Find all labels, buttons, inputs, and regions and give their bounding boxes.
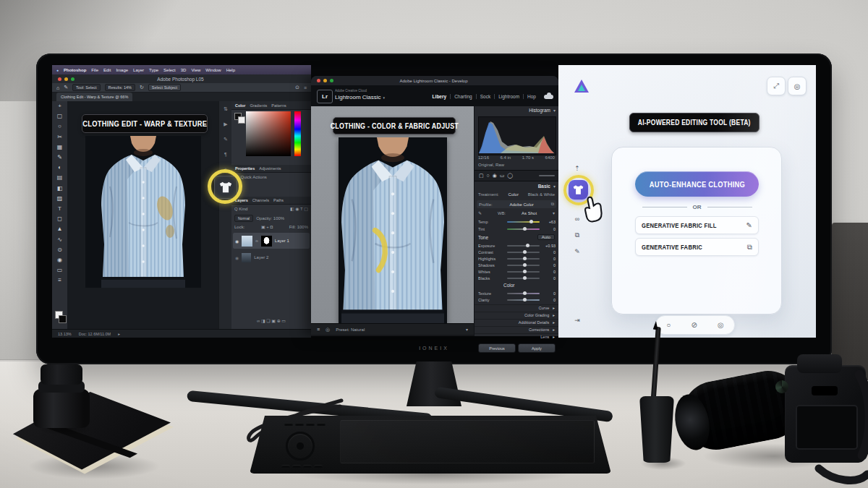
treatment-bw[interactable]: Black & White (528, 192, 555, 197)
slider-tint[interactable]: Tint 0 (475, 226, 559, 232)
layer-mask-thumbnail[interactable] (261, 236, 272, 247)
layer-thumbnail[interactable] (242, 253, 251, 262)
window-controls[interactable] (58, 77, 75, 81)
profile-browser-icon[interactable]: ⧉ (551, 202, 554, 207)
minimize-button[interactable] (323, 79, 327, 82)
menu-item[interactable]: Type (149, 68, 158, 72)
visibility-eye-icon[interactable]: ◉ (235, 239, 239, 244)
module-item[interactable]: Lightroom (494, 94, 523, 99)
photoshop-canvas[interactable]: CLOTHING EDIT - WARP & TEXTURE (67, 101, 218, 329)
opacity-dropdown[interactable]: Results: 14% (105, 84, 135, 91)
search-icon[interactable]: ⊙ (295, 85, 299, 90)
tab-paths[interactable]: Paths (273, 198, 284, 202)
grid-view-icon[interactable]: ≡ (317, 327, 320, 332)
menu-item[interactable]: View (191, 68, 200, 72)
background-color-swatch[interactable] (59, 315, 67, 323)
generative-fabric-fill-button[interactable]: GENERATIVE FABRIC FILL ✎ (635, 216, 759, 234)
collapsed-panel-strip[interactable]: ⇅ ▶ ✎ ¶ ◇ (218, 101, 232, 329)
tab-gradients[interactable]: Gradients (250, 103, 267, 108)
color-picker-field[interactable] (246, 111, 291, 156)
expand-button[interactable]: ⤢ (767, 77, 786, 95)
section-color-grading[interactable]: Color Grading▸ (475, 312, 559, 319)
basic-section-header[interactable]: Basic ▾ (475, 184, 556, 189)
section-details[interactable]: Additional Details▸ (475, 319, 559, 326)
slider-clarity[interactable]: Clarity0 (475, 296, 559, 303)
layer-name[interactable]: Layer 1 (275, 239, 289, 243)
settings-button[interactable]: ◎ (788, 77, 807, 95)
tool-preset-dropdown[interactable]: Tool: Select (72, 84, 100, 91)
tool-strip[interactable]: ▢ ○ ◉ ▭ ◯ (475, 170, 559, 181)
app-name-row[interactable]: Lightroom Classic ▾ (335, 94, 385, 100)
menu-item[interactable]: Layer (133, 68, 144, 72)
section-curve[interactable]: Curve▸ (475, 304, 559, 312)
refresh-icon[interactable]: ↻ (140, 85, 144, 90)
tool-strip-slider[interactable] (539, 175, 555, 176)
tab-channels[interactable]: Channels (252, 198, 269, 202)
fill-field[interactable]: Fill: 100% (289, 225, 308, 229)
module-item[interactable]: Hop (523, 94, 540, 99)
color-section-header[interactable]: Color (503, 283, 515, 288)
bg-swatch-mini[interactable] (238, 116, 245, 124)
tab-color[interactable]: Color (235, 103, 245, 108)
apply-button[interactable]: Apply (518, 343, 556, 353)
document-tab[interactable]: Clothing Edit - Warp & Texture @ 66% (56, 93, 132, 101)
disabled-icon[interactable]: ⊘ (691, 321, 697, 329)
chevron-down-icon[interactable]: ▾ (466, 327, 468, 332)
link-icon[interactable]: ∞ (570, 215, 584, 223)
apple-menu-icon[interactable]: ● (56, 68, 59, 72)
target-icon[interactable]: ◎ (718, 321, 724, 329)
visibility-eye-icon[interactable]: ◉ (235, 255, 239, 260)
brush-icon[interactable]: ✎ (64, 85, 68, 90)
minimize-button[interactable] (64, 77, 68, 81)
status-caret[interactable]: ▸ (118, 332, 120, 336)
slider-shadows[interactable]: Shadows0 (475, 262, 559, 268)
menu-item[interactable]: Select (163, 68, 176, 72)
pen-icon[interactable]: ✎ (570, 248, 584, 255)
menu-item[interactable]: Image (116, 68, 128, 72)
module-item[interactable]: Charting (450, 94, 476, 99)
slider-contrast[interactable]: Contrast0 (475, 249, 559, 255)
window-controls[interactable] (317, 79, 333, 82)
filter-kind-dropdown[interactable]: Q Kind (234, 207, 247, 211)
menu-item[interactable]: File (91, 68, 98, 72)
histogram-header[interactable]: Histogram ▾ (475, 108, 556, 113)
wb-value-dropdown[interactable]: As Shot (522, 211, 537, 215)
menu-item[interactable]: Window (205, 68, 221, 72)
slider-texture[interactable]: Texture0 (475, 290, 559, 296)
lock-icons[interactable]: ▣ + ◘ (261, 224, 273, 229)
menu-item[interactable]: Help (226, 68, 235, 72)
histogram[interactable] (478, 116, 556, 155)
workspace-icon[interactable]: ≡ (304, 85, 307, 90)
auto-button[interactable]: Auto (537, 234, 555, 240)
close-button[interactable] (317, 79, 320, 82)
previous-button[interactable]: Previous (478, 343, 516, 353)
tab-patterns[interactable]: Patterns (271, 103, 286, 108)
layers-bottom-icons[interactable]: ∞ ◨ ❏ ▣ ⊕ ▭ (234, 318, 308, 323)
tool-icons-column[interactable]: + ▢ ○ ✂ ▦ ✎ ◐ ▤ ◧ ▨ T ◻ ▲ ∿ ⊙ ◉ ▭ ≡ (52, 101, 67, 286)
hue-slider[interactable] (294, 111, 301, 156)
layers-icon[interactable]: ⧉ (570, 231, 584, 239)
slider-temp[interactable]: Temp +63 (475, 218, 559, 225)
zoom-level[interactable]: 13.13% (58, 332, 72, 336)
section-lens[interactable]: Lens▸ (475, 333, 559, 341)
tab-properties[interactable]: Properties (235, 166, 255, 171)
generative-fabric-button[interactable]: GENERATIVE FABRIC ⧉ (635, 238, 759, 256)
tab-adjustments[interactable]: Adjustments (259, 166, 281, 171)
menu-item[interactable]: Edit (103, 68, 111, 72)
menu-item[interactable]: 3D (181, 68, 187, 72)
wb-eyedropper-icon[interactable]: ✎ (478, 210, 482, 215)
menu-item[interactable]: Photoshop (64, 68, 86, 72)
close-button[interactable] (58, 77, 61, 81)
blend-mode-dropdown[interactable]: Normal (234, 215, 253, 222)
filter-type-icons[interactable]: ◧ ◉ T ▢ (290, 206, 308, 211)
lightroom-canvas[interactable]: CLOTHING - COLOR & FABRIC ADJUST (311, 106, 474, 323)
slider-highlights[interactable]: Highlights0 (475, 255, 559, 262)
home-icon[interactable]: ⌂ (56, 85, 59, 90)
select-subject-button[interactable]: Select Subject (148, 84, 181, 91)
slider-blacks[interactable]: Blacks0 (475, 275, 559, 281)
opacity-field[interactable]: Opacity: 100% (256, 216, 284, 221)
circle-icon[interactable]: ○ (666, 321, 671, 329)
profile-row[interactable]: Profile: Adobe Color ⧉ (477, 200, 556, 208)
treatment-color[interactable]: Color (509, 192, 519, 197)
module-item[interactable]: Sock (476, 94, 494, 99)
